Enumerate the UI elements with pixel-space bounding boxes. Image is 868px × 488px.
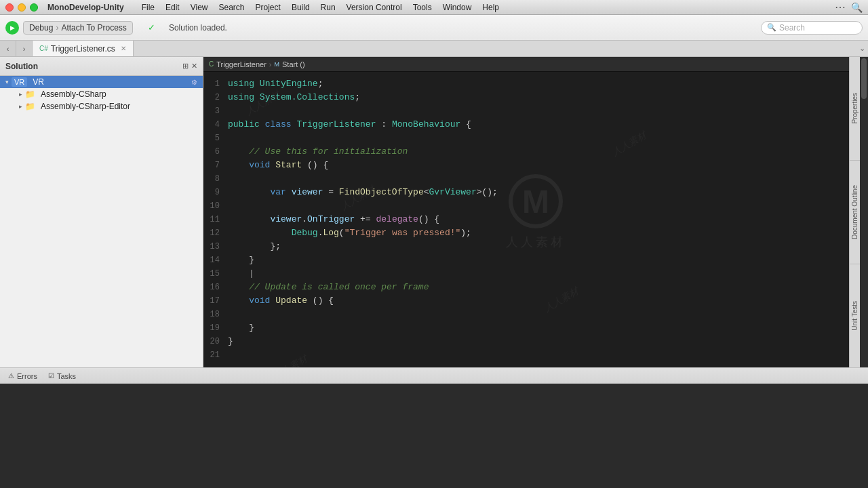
code-line: 6 // Use this for initialization	[203, 145, 868, 159]
line-number: 12	[203, 226, 228, 240]
code-line: 21	[203, 348, 868, 362]
editor-scrollbar[interactable]	[860, 57, 868, 367]
sidebar-close-icon[interactable]: ✕	[191, 62, 197, 70]
task-icon: ☑	[48, 372, 54, 380]
line-number: 10	[203, 199, 228, 213]
menu-file[interactable]: File	[142, 3, 155, 12]
line-number: 17	[203, 294, 228, 308]
minimize-button[interactable]	[18, 3, 26, 12]
errors-status[interactable]: ⚠ Errors	[8, 372, 37, 380]
code-line: 16 // Update is called once per frame	[203, 281, 868, 294]
code-line: 19 }	[203, 321, 868, 335]
tasks-label: Tasks	[57, 372, 76, 380]
code-line: 14 }	[203, 253, 868, 267]
search-box[interactable]: 🔍 Search	[761, 21, 863, 35]
code-line: 10	[203, 199, 868, 213]
line-content: };	[228, 240, 868, 253]
menu-bar: File Edit View Search Project Build Run …	[142, 3, 499, 12]
menu-search[interactable]: Search	[219, 3, 245, 12]
menu-window[interactable]: Window	[443, 3, 472, 12]
menu-build[interactable]: Build	[292, 3, 310, 12]
settings-icon[interactable]: ⚙	[191, 79, 197, 86]
sidebar-item-vr[interactable]: ▾ VR VR ⚙	[0, 76, 203, 88]
menu-version-control[interactable]: Version Control	[347, 3, 402, 12]
line-content: // Update is called once per frame	[228, 281, 868, 294]
search-icon[interactable]: 🔍	[851, 2, 863, 13]
code-line: 9 var viewer = FindObjectOfType<GvrViewe…	[203, 186, 868, 199]
tab-trigger-listener[interactable]: C# TriggerListener.cs ✕	[33, 41, 134, 56]
unit-tests-label: Unit Tests	[851, 301, 859, 331]
line-number: 9	[203, 186, 228, 199]
document-outline-label: Document Outline	[851, 185, 859, 239]
sidebar-item-assembly-csharp[interactable]: ▸ 📁 Assembly-CSharp	[0, 88, 203, 100]
menu-project[interactable]: Project	[256, 3, 281, 12]
code-line: 7 void Start () {	[203, 159, 868, 172]
line-number: 5	[203, 131, 228, 145]
search-icon: 🔍	[767, 23, 776, 32]
errors-label: Errors	[17, 372, 37, 380]
sidebar-expand-icon[interactable]: ⊞	[182, 62, 189, 70]
sidebar-actions: ⊞ ✕	[182, 62, 197, 70]
line-content: }	[228, 253, 868, 267]
code-line: 20 }	[203, 335, 868, 348]
class-name: TriggerListener	[216, 60, 267, 68]
line-number: 19	[203, 321, 228, 335]
code-line: 13 };	[203, 240, 868, 253]
line-number: 1	[203, 77, 228, 91]
tasks-status[interactable]: ☑ Tasks	[48, 372, 76, 380]
tab-close-button[interactable]: ✕	[121, 45, 126, 52]
menu-edit[interactable]: Edit	[165, 3, 180, 12]
menu-tools[interactable]: Tools	[413, 3, 432, 12]
tab-prev-button[interactable]: ‹	[0, 41, 16, 56]
line-content: // Use this for initialization	[228, 145, 868, 159]
line-number: 15	[203, 267, 228, 281]
expand-icon: ▸	[19, 103, 22, 110]
content-area: Solution ⊞ ✕ ▾ VR VR ⚙ ▸ 📁 Assembly-CSha…	[0, 57, 868, 367]
vr-badge: VR	[12, 77, 27, 87]
sidebar-item-assembly-csharp-editor[interactable]: ▸ 📁 Assembly-CSharp-Editor	[0, 100, 203, 113]
status-label: Solution loaded.	[169, 23, 227, 33]
line-content: Debug.Log("Trigger was pressed!");	[228, 226, 868, 240]
tabs-dropdown-icon[interactable]: ⌄	[859, 44, 865, 53]
document-outline-tab[interactable]: Document Outline	[850, 161, 860, 264]
scrollbar-thumb[interactable]	[861, 58, 867, 99]
line-number: 16	[203, 281, 228, 294]
expand-icon: ▸	[19, 91, 22, 98]
folder-icon: 📁	[25, 102, 35, 111]
line-number: 18	[203, 308, 228, 321]
code-line: 8	[203, 172, 868, 186]
sidebar-title: Solution	[5, 62, 38, 71]
line-content: public class TriggerListener : MonoBehav…	[228, 118, 868, 131]
menu-help[interactable]: Help	[482, 3, 499, 12]
code-line: 18	[203, 308, 868, 321]
menu-run[interactable]: Run	[321, 3, 336, 12]
line-number: 11	[203, 213, 228, 226]
line-content: |	[228, 267, 868, 281]
line-content: using UnityEngine;	[228, 77, 868, 91]
breadcrumb-attach-to-process[interactable]: Attach To Process	[61, 23, 127, 33]
code-content[interactable]: 1 using UnityEngine; 2 using System.Coll…	[203, 72, 868, 367]
line-content: void Update () {	[228, 294, 868, 308]
code-editor[interactable]: C TriggerListener › M Start () 人人素材 人人素材…	[203, 57, 868, 367]
code-line: 17 void Update () {	[203, 294, 868, 308]
breadcrumb: Debug › Attach To Process	[23, 21, 133, 35]
unit-tests-tab[interactable]: Unit Tests	[850, 264, 860, 367]
tab-next-button[interactable]: ›	[16, 41, 33, 56]
status-bar: ⚠ Errors ☑ Tasks	[0, 367, 868, 384]
code-line: 1 using UnityEngine;	[203, 77, 868, 91]
app-title: MonoDevelop-Unity	[47, 3, 124, 12]
line-number: 2	[203, 91, 228, 104]
tabs-dropdown[interactable]: ⌄	[859, 41, 868, 56]
close-button[interactable]	[5, 3, 14, 12]
class-icon: C	[209, 60, 214, 68]
properties-panel-tab[interactable]: Properties	[850, 57, 860, 161]
code-line: 12 Debug.Log("Trigger was pressed!");	[203, 226, 868, 240]
title-bar: MonoDevelop-Unity File Edit View Search …	[0, 0, 868, 15]
run-button[interactable]	[5, 21, 19, 35]
right-panels: Properties Document Outline Unit Tests	[849, 57, 860, 367]
line-content: }	[228, 321, 868, 335]
error-icon: ⚠	[8, 372, 14, 380]
menu-view[interactable]: View	[191, 3, 208, 12]
maximize-button[interactable]	[30, 3, 38, 12]
search-placeholder: Search	[779, 23, 805, 33]
